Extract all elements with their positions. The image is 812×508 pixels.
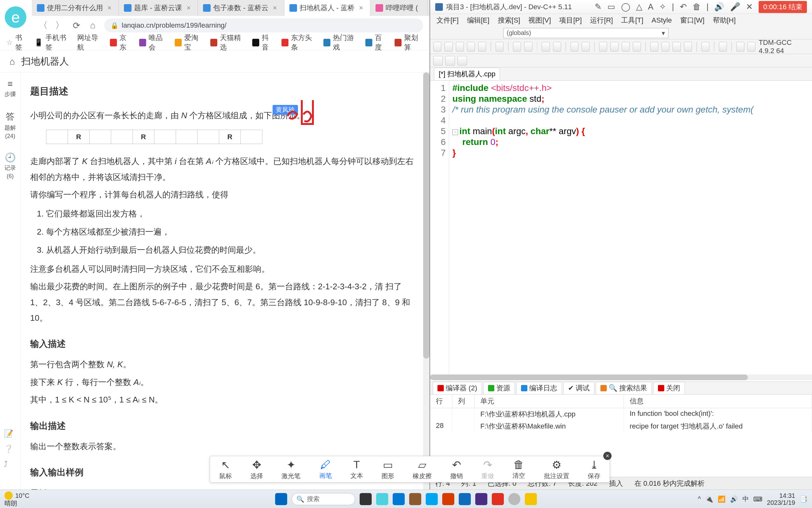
tab-close-icon[interactable]: ×	[357, 4, 365, 12]
rail-records[interactable]: 🕘 记录 (6)	[4, 152, 16, 180]
bookmark-item[interactable]: 东方头条	[282, 33, 317, 52]
annot-text[interactable]: T文本	[350, 458, 363, 480]
start-button[interactable]	[275, 493, 287, 505]
browser-tab-2[interactable]: 包子凑数 - 蓝桥云 ×	[198, 0, 284, 16]
bookmark-item[interactable]: ☆书签	[6, 33, 27, 52]
rect-icon[interactable]: ▭	[608, 2, 615, 12]
undo-icon[interactable]: ↶	[680, 2, 687, 12]
find-icon[interactable]	[542, 42, 550, 51]
bookmark-item[interactable]: 京东	[110, 33, 132, 52]
scrollbar-track[interactable]	[423, 73, 430, 490]
tab-close-icon[interactable]: ×	[105, 4, 113, 12]
back-button[interactable]: 〈	[38, 20, 48, 31]
editor-hscrollbar[interactable]	[430, 375, 812, 380]
tray-power-icon[interactable]: 🔌	[705, 495, 713, 503]
tab-close-icon[interactable]: ×	[185, 4, 193, 12]
annot-clear[interactable]: 🗑清空	[513, 458, 525, 480]
app-icon[interactable]	[492, 493, 504, 505]
bookmark-item[interactable]: 唯品会	[139, 33, 168, 52]
bookmark-item[interactable]: 爱淘宝	[175, 33, 203, 52]
run-icon[interactable]	[582, 42, 590, 51]
output-tab-compilelog[interactable]: 编译日志	[516, 382, 562, 394]
help-icon[interactable]: ❔	[4, 444, 13, 453]
print-icon[interactable]	[495, 42, 504, 51]
redo-icon[interactable]	[524, 42, 532, 51]
output-row[interactable]: F:\作业\蓝桥杯\扫地机器人.cpp In function 'bool ch…	[430, 408, 812, 420]
goto-icon[interactable]	[633, 42, 641, 51]
menu-search[interactable]: 搜索[S]	[494, 15, 524, 25]
menu-run[interactable]: 运行[R]	[586, 15, 617, 25]
annot-laser[interactable]: ✦激光笔	[282, 458, 300, 480]
taskbar-search[interactable]: 🔍 搜索	[292, 493, 355, 505]
text-icon[interactable]: A	[648, 2, 654, 12]
bookmark-item[interactable]: 百度	[365, 33, 388, 52]
tray-volume-icon[interactable]: 🔊	[730, 495, 738, 503]
check-icon[interactable]	[702, 42, 709, 51]
output-tab-debug[interactable]: ✔ 调试	[563, 382, 594, 394]
forward-button[interactable]: 〉	[55, 20, 65, 31]
office-icon[interactable]	[442, 493, 454, 505]
undo-icon[interactable]	[513, 42, 521, 51]
share-icon[interactable]: ⤴	[4, 460, 13, 469]
taskview-icon[interactable]	[360, 493, 372, 505]
circle-icon[interactable]: ◯	[621, 2, 630, 12]
tray-chevron-icon[interactable]: ^	[698, 495, 701, 503]
browser-tab-3[interactable]: 扫地机器人 - 蓝桥 ×	[284, 0, 371, 16]
annot-save[interactable]: ⤓保存	[588, 458, 601, 480]
app-icon[interactable]	[475, 493, 487, 505]
compile-icon[interactable]	[571, 42, 578, 51]
bookmark-item[interactable]: 天猫精选	[210, 33, 245, 52]
output-tab-resources[interactable]: 资源	[483, 382, 515, 394]
code-editor[interactable]: 1 2 3 4 5 6 7 #include <bits/stdc++.h> u…	[430, 81, 812, 381]
bookmark-item[interactable]: 热门游戏	[323, 33, 359, 52]
sparkle-icon[interactable]: ✧	[659, 2, 666, 12]
output-tab-close[interactable]: 关闭	[653, 382, 685, 394]
cross-icon[interactable]	[719, 42, 727, 51]
clock[interactable]: 14:31 2023/1/19	[767, 492, 795, 506]
tray-kbd-icon[interactable]: ⌨	[753, 495, 762, 503]
rebuild-icon[interactable]	[661, 42, 669, 51]
browser-tab-4[interactable]: 哔哩哔哩 (	[371, 0, 428, 16]
close-icon[interactable]	[478, 42, 486, 51]
output-tab-compiler[interactable]: 编译器 (2)	[433, 382, 482, 394]
hscroll-thumb[interactable]	[430, 375, 748, 380]
profile-icon[interactable]	[684, 42, 692, 51]
end-recording-button[interactable]: 0:00:16 结束	[759, 1, 807, 13]
save-icon[interactable]	[456, 42, 464, 51]
annot-undo[interactable]: ↶撤销	[450, 458, 463, 480]
gear-icon[interactable]	[748, 42, 756, 51]
menu-help[interactable]: 帮助[H]	[709, 15, 739, 25]
scope-combo[interactable]: (globals)▾	[503, 28, 668, 38]
close-icon[interactable]: ✕	[746, 2, 753, 12]
code-area[interactable]: #include <bits/stdc++.h> using namespace…	[449, 81, 812, 381]
output-tab-search[interactable]: 🔍搜索结果	[596, 382, 652, 394]
annot-select[interactable]: ✥选择	[250, 458, 263, 480]
annot-settings[interactable]: ⚙批注设置	[544, 458, 569, 480]
annot-close-icon[interactable]: ×	[603, 452, 612, 460]
menu-edit[interactable]: 编辑[E]	[463, 15, 493, 25]
triangle-icon[interactable]: △	[636, 2, 642, 12]
bookmark-item[interactable]: 抖音	[252, 33, 275, 52]
weather-widget[interactable]: 10°C 晴朗	[4, 492, 30, 507]
annot-pen[interactable]: 🖊画笔	[319, 458, 332, 480]
menu-tools[interactable]: 工具[T]	[617, 15, 647, 25]
explorer-icon[interactable]	[409, 493, 421, 505]
panel2-icon[interactable]	[445, 56, 455, 66]
browser-tab-0[interactable]: 使用二分有什么用 ×	[32, 0, 119, 16]
compile-run-icon[interactable]	[650, 42, 658, 51]
home-button[interactable]: ⌂	[88, 20, 98, 31]
back-arrow-icon[interactable]	[599, 42, 607, 51]
new-icon[interactable]	[433, 42, 441, 51]
scrollbar-thumb[interactable]	[423, 73, 430, 358]
word-icon[interactable]	[459, 493, 471, 505]
url-bar[interactable]: 🔒 lanqiao.cn/problems/199/learning/	[104, 18, 423, 33]
trash-icon[interactable]: 🗑	[692, 2, 701, 12]
store-icon[interactable]	[426, 493, 438, 505]
app-icon[interactable]	[376, 493, 388, 505]
compiler-selector[interactable]: TDM-GCC 4.9.2 64	[759, 38, 809, 55]
menu-file[interactable]: 文件[F]	[433, 15, 463, 25]
mic-icon[interactable]: 🎤	[730, 2, 740, 12]
annot-shape[interactable]: ▭图形	[382, 458, 394, 480]
rail-steps[interactable]: ≡ 步骤	[4, 79, 16, 98]
replace-icon[interactable]	[553, 42, 561, 51]
